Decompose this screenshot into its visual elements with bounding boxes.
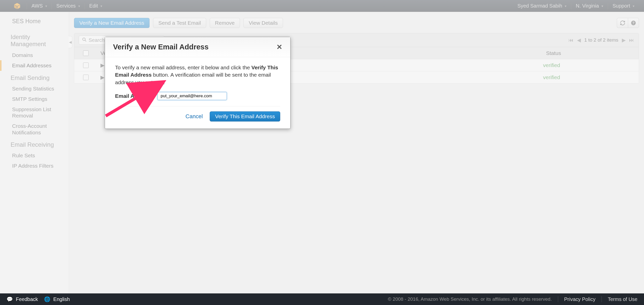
verify-email-modal: Verify a New Email Address ✕ To verify a…	[105, 37, 291, 129]
cancel-button[interactable]: Cancel	[186, 113, 203, 120]
modal-overlay[interactable]	[0, 0, 644, 305]
copyright-text: © 2008 - 2016, Amazon Web Services, Inc.…	[388, 296, 552, 302]
feedback-link[interactable]: 💬Feedback	[7, 296, 38, 302]
globe-icon: 🌐	[44, 296, 50, 302]
modal-body-text: To verify a new email address, enter it …	[115, 64, 280, 86]
email-field-label: Email Address:	[115, 92, 153, 100]
privacy-policy-link[interactable]: Privacy Policy	[564, 296, 595, 302]
speech-bubble-icon: 💬	[7, 296, 13, 302]
language-selector[interactable]: 🌐English	[44, 296, 70, 302]
email-address-input[interactable]	[157, 92, 227, 100]
language-label: English	[53, 296, 70, 302]
modal-title: Verify a New Email Address	[113, 43, 276, 51]
close-icon[interactable]: ✕	[276, 43, 282, 51]
verify-this-email-button[interactable]: Verify This Email Address	[210, 111, 280, 121]
footer: 💬Feedback 🌐English © 2008 - 2016, Amazon…	[0, 293, 644, 305]
terms-of-use-link[interactable]: Terms of Use	[608, 296, 637, 302]
feedback-label: Feedback	[16, 296, 38, 302]
